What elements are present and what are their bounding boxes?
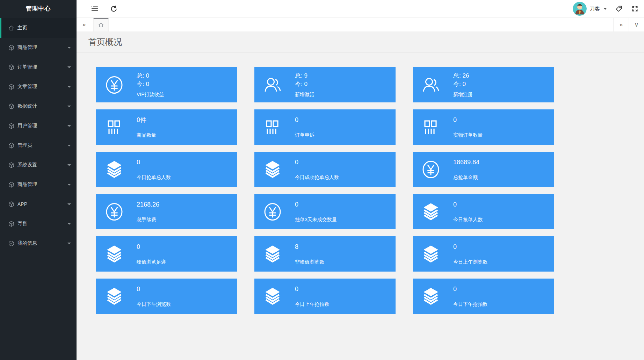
card-label: 新增注册 bbox=[453, 92, 473, 98]
sidebar-item-我的信息[interactable]: 我的信息 bbox=[0, 233, 77, 253]
sidebar-item-系统设置[interactable]: 系统设置 bbox=[0, 155, 77, 175]
stat-card-总手续费: 2168.26总手续费 bbox=[96, 194, 237, 229]
page-header: 首页概况 bbox=[77, 31, 644, 52]
chevron-down-icon bbox=[67, 47, 71, 49]
cube-icon bbox=[8, 162, 14, 168]
stat-card-实物订单数量: 0实物订单数量 bbox=[413, 109, 554, 145]
layers-icon bbox=[421, 244, 441, 264]
menu-collapse-icon[interactable] bbox=[91, 5, 99, 13]
card-value: 0 bbox=[453, 285, 487, 293]
card-value: 18689.84 bbox=[453, 158, 479, 166]
chevron-down-icon bbox=[67, 106, 71, 107]
user-menu[interactable]: 刀客 bbox=[573, 2, 607, 16]
cube-icon bbox=[8, 201, 14, 207]
layers-icon bbox=[421, 202, 441, 222]
tab-home[interactable] bbox=[93, 18, 109, 31]
layers-icon bbox=[421, 287, 441, 306]
card-value: 0 bbox=[453, 201, 483, 208]
chevron-down-icon bbox=[67, 125, 71, 127]
main-content: 首页概况 总: 0今: 0VIP打款收益 总: 9今: 0新增激活 总: 26今… bbox=[77, 0, 644, 314]
card-label: 总手续费 bbox=[137, 217, 159, 223]
card-label: 峰值浏览足迹 bbox=[137, 259, 166, 265]
cube-icon bbox=[8, 64, 14, 70]
card-value: 0 bbox=[137, 285, 171, 293]
card-value: 0 bbox=[295, 201, 337, 208]
cube-icon bbox=[8, 103, 14, 109]
card-label: 今日下午浏览数 bbox=[137, 301, 171, 308]
chevron-down-icon bbox=[67, 203, 71, 205]
goods-icon bbox=[104, 117, 124, 137]
card-label: 挂单3天未成交数量 bbox=[295, 217, 337, 223]
stat-card-今日成功抢单总人数: 0今日成功抢单总人数 bbox=[254, 152, 396, 187]
sidebar-item-管理员[interactable]: 管理员 bbox=[0, 136, 77, 155]
card-value: 2168.26 bbox=[137, 201, 159, 208]
chevron-down-icon bbox=[67, 66, 71, 68]
card-label: 新增激活 bbox=[295, 92, 314, 98]
card-value: 0 bbox=[137, 243, 166, 251]
stat-card-VIP打款收益: 总: 0今: 0VIP打款收益 bbox=[96, 67, 237, 102]
home-icon bbox=[8, 25, 14, 31]
sidebar-item-数据统计[interactable]: 数据统计 bbox=[0, 96, 77, 116]
card-value: 0 bbox=[453, 116, 483, 124]
sidebar-item-用户管理[interactable]: 用户管理 bbox=[0, 116, 77, 136]
sidebar-item-商品管理[interactable]: 商品管理 bbox=[0, 175, 77, 194]
card-label: 商品数量 bbox=[137, 132, 156, 138]
check-circle-icon bbox=[8, 240, 14, 246]
card-value-line: 今: 0 bbox=[295, 80, 314, 88]
stat-card-订单申诉: 0订单申诉 bbox=[254, 109, 396, 145]
tabs-dropdown-button[interactable]: ∨ bbox=[629, 18, 644, 31]
card-label: 今日抢单总人数 bbox=[137, 174, 171, 181]
layers-icon bbox=[104, 287, 124, 306]
cube-icon bbox=[8, 182, 14, 188]
layers-icon bbox=[263, 287, 282, 306]
cube-icon bbox=[8, 123, 14, 129]
chevron-down-icon bbox=[67, 184, 71, 186]
tag-icon[interactable] bbox=[615, 5, 623, 13]
stat-card-新增激活: 总: 9今: 0新增激活 bbox=[254, 67, 396, 102]
card-value-line: 总: 26 bbox=[453, 72, 473, 80]
card-label: 今日下午抢拍数 bbox=[453, 301, 487, 308]
stat-card-峰值浏览足迹: 0峰值浏览足迹 bbox=[96, 236, 237, 272]
card-label: 订单申诉 bbox=[295, 132, 314, 138]
card-value-line: 今: 0 bbox=[453, 80, 473, 88]
users-icon bbox=[421, 75, 441, 95]
card-label: 总抢单金额 bbox=[453, 174, 479, 181]
cube-icon bbox=[8, 143, 14, 149]
tabs-scroll-right-button[interactable]: » bbox=[613, 18, 629, 31]
stat-card-商品数量: 0件商品数量 bbox=[96, 109, 237, 145]
avatar bbox=[573, 2, 587, 16]
cube-icon bbox=[8, 84, 14, 90]
yen-circle-icon bbox=[104, 75, 124, 95]
topbar: 刀客 bbox=[77, 0, 644, 17]
card-label: 非峰值浏览数 bbox=[295, 259, 324, 265]
topbar-right: 刀客 bbox=[573, 2, 639, 16]
page-title: 首页概况 bbox=[88, 36, 122, 48]
sidebar-item-文章管理[interactable]: 文章管理 bbox=[0, 77, 77, 96]
username: 刀客 bbox=[589, 6, 600, 12]
card-value-line: 今: 0 bbox=[137, 80, 164, 88]
stat-card-新增注册: 总: 26今: 0新增注册 bbox=[413, 67, 554, 102]
card-value-line: 总: 0 bbox=[137, 72, 164, 80]
sidebar-item-主页[interactable]: 主页 bbox=[0, 18, 77, 38]
card-value: 0 bbox=[295, 285, 329, 293]
card-label: 今日抢单人数 bbox=[453, 217, 483, 223]
card-value: 8 bbox=[295, 243, 324, 251]
sidebar-item-APP[interactable]: APP bbox=[0, 194, 77, 214]
tabs-scroll-left-button[interactable]: « bbox=[77, 18, 92, 31]
sidebar-item-订单管理[interactable]: 订单管理 bbox=[0, 57, 77, 77]
card-value: 0 bbox=[295, 158, 339, 166]
layers-icon bbox=[263, 244, 282, 264]
users-icon bbox=[263, 75, 282, 95]
stat-card-今日抢单人数: 0今日抢单人数 bbox=[413, 194, 554, 229]
card-label: VIP打款收益 bbox=[137, 92, 164, 98]
chevron-down-icon bbox=[603, 8, 607, 10]
yen-circle-icon bbox=[263, 202, 282, 222]
chevron-down-icon bbox=[67, 243, 71, 244]
refresh-icon[interactable] bbox=[109, 5, 118, 13]
fullscreen-icon[interactable] bbox=[631, 5, 639, 13]
sidebar-item-商品管理[interactable]: 商品管理 bbox=[0, 38, 77, 57]
card-value: 0 bbox=[295, 116, 314, 124]
goods-icon bbox=[421, 117, 441, 137]
app-title: 管理中心 bbox=[0, 0, 77, 17]
sidebar-item-寄售[interactable]: 寄售 bbox=[0, 214, 77, 233]
